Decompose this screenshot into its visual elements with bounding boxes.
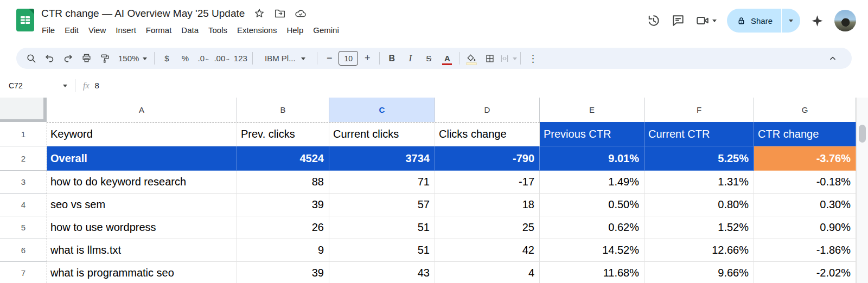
cell-F4[interactable]: 0.80%	[644, 194, 754, 216]
comments-icon[interactable]	[671, 14, 685, 28]
cell-A3[interactable]: how to do keyword research	[47, 171, 237, 194]
cell-F5[interactable]: 1.52%	[644, 216, 754, 239]
cell-G5[interactable]: 0.90%	[754, 216, 856, 239]
menu-edit[interactable]: Edit	[60, 24, 84, 36]
cell-A2[interactable]: Overall	[47, 146, 237, 171]
row-header-2[interactable]: 2	[0, 146, 47, 171]
column-header-D[interactable]: D	[435, 98, 540, 122]
cell-F3[interactable]: 1.31%	[644, 171, 754, 194]
cell-D7[interactable]: 4	[435, 262, 540, 283]
cell-F6[interactable]: 12.66%	[644, 239, 754, 262]
search-button[interactable]	[22, 50, 40, 67]
fill-color-button[interactable]	[462, 50, 481, 67]
cell-E2[interactable]: 9.01%	[540, 146, 644, 171]
cell-E3[interactable]: 1.49%	[540, 171, 644, 194]
cell-C6[interactable]: 51	[329, 239, 435, 262]
star-icon[interactable]	[253, 8, 265, 20]
cell-D4[interactable]: 18	[435, 194, 540, 216]
cell-C7[interactable]: 43	[329, 262, 435, 283]
cell-G4[interactable]: 0.30%	[754, 194, 856, 216]
cell-E7[interactable]: 11.68%	[540, 262, 644, 283]
menu-format[interactable]: Format	[141, 24, 177, 36]
cell-C5[interactable]: 51	[329, 216, 435, 239]
cell-D5[interactable]: 25	[435, 216, 540, 239]
cell-A4[interactable]: seo vs sem	[47, 194, 237, 216]
cell-D1[interactable]: Clicks change	[435, 122, 540, 146]
cell-C2[interactable]: 3734	[329, 146, 435, 171]
row-header-7[interactable]: 7	[0, 262, 47, 283]
freeze-handle-vertical[interactable]	[43, 98, 47, 122]
cell-C1[interactable]: Current clicks	[329, 122, 435, 146]
cell-B5[interactable]: 26	[237, 216, 329, 239]
sheets-logo-icon[interactable]	[16, 9, 34, 31]
cell-B1[interactable]: Prev. clicks	[237, 122, 329, 146]
cell-D2[interactable]: -790	[435, 146, 540, 171]
zoom-select[interactable]: 150%	[114, 50, 151, 67]
merge-cells-button[interactable]	[499, 50, 518, 67]
decrease-decimal-button[interactable]: .0←	[194, 50, 213, 67]
select-all-corner[interactable]	[0, 98, 47, 122]
video-call-button[interactable]	[695, 14, 717, 28]
increase-font-size-button[interactable]: +	[358, 50, 376, 67]
cell-G2[interactable]: -3.76%	[754, 146, 856, 171]
cell-G1[interactable]: CTR change	[754, 122, 856, 146]
cell-C3[interactable]: 71	[329, 171, 435, 194]
cell-B7[interactable]: 39	[237, 262, 329, 283]
scrollbar-thumb[interactable]	[859, 125, 866, 143]
name-box[interactable]: C72	[0, 81, 72, 90]
column-header-A[interactable]: A	[47, 98, 237, 122]
formula-input[interactable]: 8	[95, 81, 99, 90]
gemini-sparkle-icon[interactable]	[810, 14, 824, 28]
font-select[interactable]: IBM Pl...	[256, 50, 314, 67]
document-title[interactable]: CTR change — AI Overview May '25 Update	[41, 8, 245, 20]
menu-file[interactable]: File	[37, 24, 60, 36]
font-size-input[interactable]: 10	[339, 51, 358, 66]
menu-insert[interactable]: Insert	[111, 24, 141, 36]
more-formats-button[interactable]: 123	[231, 50, 250, 67]
cell-G3[interactable]: -0.18%	[754, 171, 856, 194]
text-color-button[interactable]: A	[438, 50, 456, 67]
share-dropdown-button[interactable]	[782, 9, 800, 33]
borders-button[interactable]	[481, 50, 499, 67]
cell-B4[interactable]: 39	[237, 194, 329, 216]
format-currency-button[interactable]: $	[157, 50, 176, 67]
cell-G7[interactable]: -2.02%	[754, 262, 856, 283]
menu-gemini[interactable]: Gemini	[308, 24, 344, 36]
menu-data[interactable]: Data	[176, 24, 203, 36]
more-toolbar-options-button[interactable]: ⋮	[524, 50, 542, 67]
row-header-3[interactable]: 3	[0, 171, 47, 194]
paint-format-button[interactable]	[95, 50, 114, 67]
decrease-font-size-button[interactable]: −	[320, 50, 339, 67]
increase-decimal-button[interactable]: .00→	[213, 50, 231, 67]
format-percent-button[interactable]: %	[176, 50, 194, 67]
cell-F1[interactable]: Current CTR	[644, 122, 754, 146]
avatar[interactable]	[834, 10, 856, 31]
cell-D6[interactable]: 42	[435, 239, 540, 262]
menu-extensions[interactable]: Extensions	[232, 24, 282, 36]
row-header-6[interactable]: 6	[0, 239, 47, 262]
cell-C4[interactable]: 57	[329, 194, 435, 216]
bold-button[interactable]: B	[382, 50, 401, 67]
cell-E5[interactable]: 0.62%	[540, 216, 644, 239]
undo-button[interactable]	[40, 50, 59, 67]
column-header-G[interactable]: G	[754, 98, 856, 122]
cloud-saved-icon[interactable]	[295, 8, 307, 20]
cell-G6[interactable]: -1.86%	[754, 239, 856, 262]
version-history-icon[interactable]	[647, 14, 661, 28]
redo-button[interactable]	[59, 50, 77, 67]
print-button[interactable]	[77, 50, 95, 67]
cell-A1[interactable]: Keyword	[47, 122, 237, 146]
row-header-4[interactable]: 4	[0, 194, 47, 216]
cell-B2[interactable]: 4524	[237, 146, 329, 171]
cell-B3[interactable]: 88	[237, 171, 329, 194]
collapse-toolbar-button[interactable]	[824, 50, 842, 67]
vertical-scrollbar[interactable]	[856, 98, 868, 283]
column-header-B[interactable]: B	[237, 98, 329, 122]
freeze-handle-horizontal[interactable]	[0, 119, 47, 122]
share-button[interactable]: Share	[727, 9, 781, 33]
menu-view[interactable]: View	[84, 24, 111, 36]
row-header-1[interactable]: 1	[0, 122, 47, 146]
row-header-5[interactable]: 5	[0, 216, 47, 239]
menu-tools[interactable]: Tools	[203, 24, 232, 36]
cell-E4[interactable]: 0.50%	[540, 194, 644, 216]
